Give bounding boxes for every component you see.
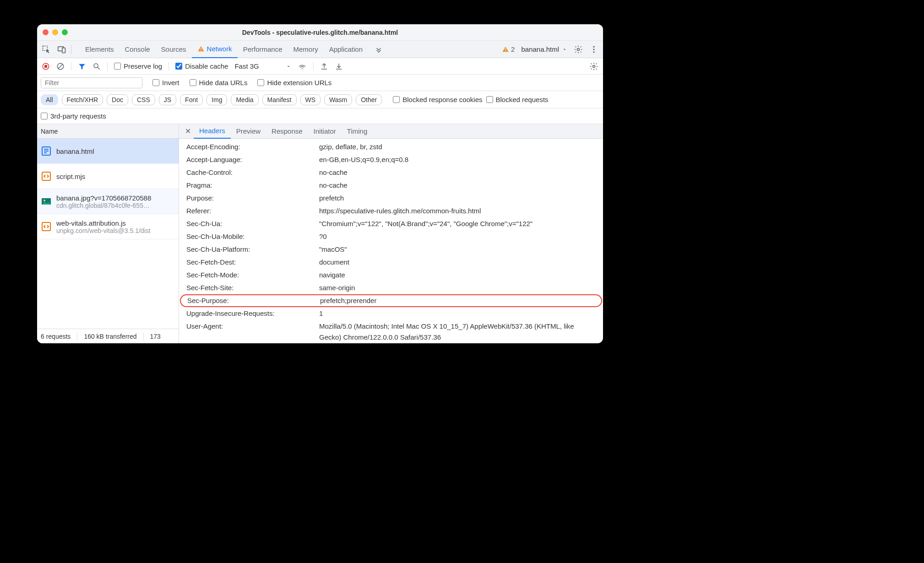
blocked-requests-checkbox[interactable]: Blocked requests <box>486 96 549 103</box>
svg-point-17 <box>302 68 303 69</box>
header-value: gzip, deflate, br, zstd <box>319 141 596 152</box>
filter-input[interactable] <box>41 77 142 88</box>
third-party-row: 3rd-party requests <box>37 108 603 124</box>
device-toolbar-icon[interactable] <box>57 45 66 54</box>
header-name: Sec-Ch-Ua: <box>186 218 319 229</box>
inspect-element-icon[interactable] <box>42 45 51 54</box>
type-filter-css[interactable]: CSS <box>132 94 155 105</box>
blocked-response-cookies-checkbox[interactable]: Blocked response cookies <box>393 96 482 103</box>
svg-rect-12 <box>44 65 47 68</box>
type-filter-other[interactable]: Other <box>356 94 382 105</box>
window-controls <box>43 29 68 35</box>
detail-tab-headers[interactable]: Headers <box>194 124 231 139</box>
svg-point-15 <box>94 64 98 68</box>
header-name: Accept-Language: <box>186 154 319 165</box>
type-filter-doc[interactable]: Doc <box>107 94 128 105</box>
tab-application[interactable]: Application <box>324 41 368 58</box>
request-name: script.mjs <box>56 173 85 180</box>
status-requests: 6 requests <box>41 333 71 340</box>
tab-memory[interactable]: Memory <box>288 41 324 58</box>
header-name: User-Agent: <box>186 321 319 343</box>
tab-sources[interactable]: Sources <box>156 41 192 58</box>
hide-data-urls-checkbox[interactable]: Hide data URLs <box>190 79 248 87</box>
tab-elements[interactable]: Elements <box>80 41 120 58</box>
hide-data-urls-label: Hide data URLs <box>199 79 248 87</box>
panel-settings-icon[interactable] <box>589 62 598 71</box>
header-name: Sec-Ch-Ua-Platform: <box>186 244 319 255</box>
file-type-icon <box>41 146 52 157</box>
type-filter-row: AllFetch/XHRDocCSSJSFontImgMediaManifest… <box>37 91 603 108</box>
header-value: "Chromium";v="122", "Not(A:Brand";v="24"… <box>319 218 596 229</box>
titlebar: DevTools - speculative-rules.glitch.me/b… <box>37 24 603 41</box>
header-name: Sec-Fetch-Site: <box>186 282 319 293</box>
close-icon[interactable]: ✕ <box>182 127 194 135</box>
type-filter-fetchxhr[interactable]: Fetch/XHR <box>62 94 103 105</box>
clear-button[interactable] <box>56 62 65 70</box>
svg-rect-5 <box>505 49 505 50</box>
tab-console[interactable]: Console <box>120 41 156 58</box>
header-value: 1 <box>319 308 596 319</box>
detail-tab-response[interactable]: Response <box>266 124 308 139</box>
detail-tab-timing[interactable]: Timing <box>342 124 373 139</box>
search-icon[interactable] <box>92 62 101 70</box>
header-value: https://speculative-rules.glitch.me/comm… <box>319 206 596 217</box>
header-name: Sec-Fetch-Mode: <box>186 270 319 281</box>
main-tabs: ElementsConsoleSourcesNetworkPerformance… <box>37 41 603 58</box>
disable-cache-label: Disable cache <box>185 62 228 70</box>
type-filter-wasm[interactable]: Wasm <box>324 94 352 105</box>
record-button[interactable] <box>42 62 50 70</box>
third-party-checkbox[interactable]: 3rd-party requests <box>41 112 106 120</box>
header-value: no-cache <box>319 167 596 178</box>
warnings-badge[interactable]: 2 <box>502 45 515 53</box>
disable-cache-checkbox[interactable]: Disable cache <box>175 62 228 70</box>
type-filter-media[interactable]: Media <box>231 94 258 105</box>
settings-icon[interactable] <box>574 45 583 54</box>
type-filter-js[interactable]: JS <box>159 94 176 105</box>
network-conditions-icon[interactable] <box>298 62 307 70</box>
request-domain: unpkg.com/web-vitals@3.5.1/dist <box>56 227 151 234</box>
file-type-icon <box>41 171 52 182</box>
header-value: prefetch <box>319 193 596 204</box>
header-name: Upgrade-Insecure-Requests: <box>186 308 319 319</box>
blocked-requests-label: Blocked requests <box>496 96 549 103</box>
tab-network[interactable]: Network <box>192 41 238 58</box>
request-row[interactable]: banana.html <box>37 139 179 164</box>
svg-point-10 <box>593 51 594 53</box>
request-row[interactable]: script.mjs <box>37 164 179 189</box>
request-list-header: Name <box>37 124 179 139</box>
status-transferred: 160 kB transferred <box>84 333 136 340</box>
type-filter-font[interactable]: Font <box>180 94 203 105</box>
preserve-log-checkbox[interactable]: Preserve log <box>114 62 162 70</box>
headers-section: Accept-Encoding:gzip, deflate, br, zstdA… <box>179 139 603 343</box>
header-value: "macOS" <box>319 244 596 255</box>
type-filter-img[interactable]: Img <box>207 94 227 105</box>
context-selector[interactable]: banana.html <box>521 45 567 53</box>
detail-tab-preview[interactable]: Preview <box>231 124 266 139</box>
request-row[interactable]: web-vitals.attribution.jsunpkg.com/web-v… <box>37 214 179 239</box>
context-label: banana.html <box>521 45 559 53</box>
type-filter-all[interactable]: All <box>41 94 58 105</box>
svg-rect-6 <box>505 50 505 51</box>
type-filter-ws[interactable]: WS <box>300 94 321 105</box>
request-row[interactable]: banana.jpg?v=1705668720588cdn.glitch.glo… <box>37 189 179 214</box>
throttling-select[interactable]: Fast 3G <box>234 62 291 70</box>
export-har-icon[interactable] <box>335 62 343 70</box>
hide-extension-urls-checkbox[interactable]: Hide extension URLs <box>257 79 332 87</box>
request-list-pane: Name banana.htmlscript.mjsbanana.jpg?v=1… <box>37 124 179 343</box>
invert-checkbox[interactable]: Invert <box>152 79 179 87</box>
kebab-menu-icon[interactable] <box>589 45 598 54</box>
more-tabs-icon[interactable] <box>375 45 383 54</box>
type-filter-manifest[interactable]: Manifest <box>262 94 297 105</box>
detail-tab-initiator[interactable]: Initiator <box>308 124 342 139</box>
svg-point-7 <box>577 48 580 50</box>
minimize-window-button[interactable] <box>52 29 58 35</box>
maximize-window-button[interactable] <box>62 29 68 35</box>
close-window-button[interactable] <box>43 29 49 35</box>
tab-performance[interactable]: Performance <box>238 41 288 58</box>
invert-label: Invert <box>162 79 179 87</box>
header-name: Sec-Purpose: <box>187 295 320 306</box>
import-har-icon[interactable] <box>320 62 328 70</box>
header-row: Accept-Language:en-GB,en-US;q=0.9,en;q=0… <box>179 153 603 166</box>
header-row: Sec-Fetch-Mode:navigate <box>179 269 603 282</box>
filter-icon[interactable] <box>78 62 86 70</box>
